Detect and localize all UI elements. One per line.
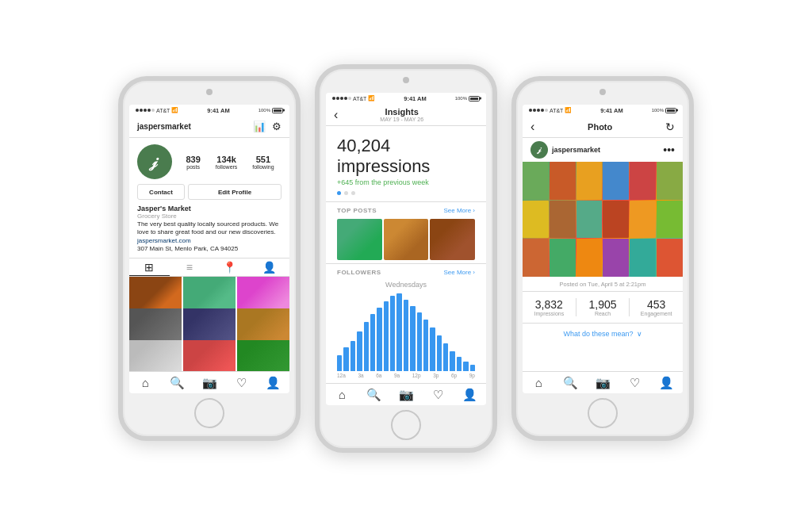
edit-profile-button[interactable]: Edit Profile bbox=[188, 184, 282, 200]
bio-website[interactable]: jaspersmarket.com bbox=[137, 237, 282, 244]
photo-user-row: 𝒿 jaspersmarket ••• bbox=[523, 138, 683, 162]
followers-see-more[interactable]: See More › bbox=[443, 269, 475, 276]
photo-user-avatar: 𝒿 bbox=[530, 141, 548, 159]
photo-bottom-camera[interactable]: 📷 bbox=[587, 372, 619, 393]
engagement-label: Engagement bbox=[641, 311, 672, 316]
insights-bottom-profile[interactable]: 👤 bbox=[454, 384, 486, 405]
profile-tabs: ⊞ ≡ 📍 👤 bbox=[129, 258, 289, 277]
photo-bottom-home[interactable]: ⌂ bbox=[523, 372, 554, 393]
bottom-camera[interactable]: 📷 bbox=[193, 372, 225, 393]
photo-title: Photo bbox=[588, 122, 612, 132]
reach-num: 1,905 bbox=[588, 298, 616, 311]
dot-active bbox=[337, 191, 341, 195]
bottom-profile[interactable]: 👤 bbox=[258, 372, 289, 393]
bar-chart-icon[interactable]: 📊 bbox=[253, 121, 266, 132]
top-posts-see-more[interactable]: See More › bbox=[443, 207, 475, 214]
top-posts-title: TOP POSTS bbox=[337, 207, 377, 214]
dot-inactive-1 bbox=[344, 191, 348, 195]
bar-chart bbox=[337, 292, 475, 371]
chart-peak-day: Wednesdays bbox=[337, 281, 475, 289]
photo-bottom-nav: ⌂ 🔍 📷 ♡ 👤 bbox=[523, 371, 683, 393]
tab-tagged[interactable]: 📍 bbox=[209, 258, 250, 276]
back-button-photo[interactable]: ‹ bbox=[530, 120, 534, 134]
grid-cell-7 bbox=[129, 340, 182, 371]
insights-bottom-search[interactable]: 🔍 bbox=[358, 384, 389, 405]
bar-5 bbox=[364, 322, 369, 371]
photo-more-options[interactable]: ••• bbox=[663, 144, 675, 156]
bio-category: Grocery Store bbox=[137, 213, 282, 220]
refresh-icon[interactable]: ↻ bbox=[665, 121, 675, 133]
insights-bottom-camera[interactable]: 📷 bbox=[390, 384, 422, 405]
phone-profile: AT&T 📶 9:41 AM 100% jaspersmarket 📊 ⚙ bbox=[118, 76, 301, 441]
profile-nav-icons: 📊 ⚙ bbox=[253, 121, 282, 132]
dot4 bbox=[147, 109, 151, 112]
profile-bio: Jasper's Market Grocery Store The very b… bbox=[129, 205, 289, 258]
pv5 bbox=[630, 162, 656, 200]
pv4 bbox=[603, 162, 629, 200]
bar-11 bbox=[404, 300, 408, 371]
bar-2 bbox=[343, 347, 348, 371]
insights-title: Insights bbox=[385, 107, 419, 117]
photo-bottom-search[interactable]: 🔍 bbox=[554, 372, 586, 393]
xlabel-12p: 12p bbox=[412, 373, 421, 378]
what-mean-text: What do these mean? bbox=[563, 330, 633, 338]
profile-grid bbox=[129, 277, 289, 371]
status-left-3: AT&T 📶 bbox=[529, 107, 572, 113]
stat-following: 551 following bbox=[252, 155, 274, 170]
bio-description: The very best quality locally sourced pr… bbox=[137, 220, 282, 237]
bar-14 bbox=[423, 320, 428, 371]
status-bar-3: AT&T 📶 9:41 AM 100% bbox=[523, 105, 683, 116]
insights-bottom-home[interactable]: ⌂ bbox=[326, 384, 358, 405]
photo-nav: ‹ Photo ↻ bbox=[523, 116, 683, 138]
profile-avatar: 𝒿 bbox=[137, 144, 172, 179]
dot5 bbox=[151, 109, 155, 112]
phone-insights-screen: AT&T 📶 9:41 AM 100% ‹ Insights MAY 19 - … bbox=[326, 93, 486, 405]
profile-nav: jaspersmarket 📊 ⚙ bbox=[129, 116, 289, 138]
bar-17 bbox=[443, 343, 448, 371]
bar-12 bbox=[410, 306, 415, 371]
time-3: 9:41 AM bbox=[600, 107, 622, 114]
photo-bottom-profile[interactable]: 👤 bbox=[651, 372, 683, 393]
phones-container: AT&T 📶 9:41 AM 100% jaspersmarket 📊 ⚙ bbox=[102, 48, 710, 469]
back-button-insights[interactable]: ‹ bbox=[334, 108, 338, 122]
bar-13 bbox=[417, 312, 422, 371]
bar-8 bbox=[384, 301, 389, 371]
top-post-1[interactable] bbox=[337, 219, 382, 260]
battery-icon-1 bbox=[272, 108, 283, 113]
bar-21 bbox=[470, 365, 475, 371]
photo-bottom-heart[interactable]: ♡ bbox=[619, 372, 650, 393]
produce-visual bbox=[523, 162, 683, 277]
wifi-icon-1: 📶 bbox=[171, 107, 178, 113]
status-left-1: AT&T 📶 bbox=[136, 107, 178, 113]
top-post-3[interactable] bbox=[430, 219, 475, 260]
chart-x-labels: 12a 3a 6a 9a 12p 3p 6p 9p bbox=[337, 371, 475, 380]
battery-pct-1: 100% bbox=[259, 108, 270, 113]
chevron-down-icon: ∨ bbox=[637, 330, 642, 338]
battery-fill-2 bbox=[470, 98, 478, 100]
wifi-icon-2: 📶 bbox=[368, 95, 375, 101]
pv16 bbox=[603, 239, 629, 277]
p5 bbox=[545, 109, 548, 112]
bottom-heart[interactable]: ♡ bbox=[225, 372, 257, 393]
tab-list[interactable]: ≡ bbox=[170, 258, 210, 276]
bottom-search[interactable]: 🔍 bbox=[161, 372, 193, 393]
tab-grid[interactable]: ⊞ bbox=[129, 258, 170, 276]
top-posts-section: TOP POSTS See More › bbox=[326, 201, 486, 263]
xlabel-9p: 9p bbox=[469, 373, 475, 378]
wifi-icon-3: 📶 bbox=[565, 107, 572, 113]
status-right-3: 100% bbox=[652, 108, 676, 113]
followers-num: 134k bbox=[216, 155, 236, 164]
insights-bottom-heart[interactable]: ♡ bbox=[422, 384, 454, 405]
bottom-home[interactable]: ⌂ bbox=[129, 372, 161, 393]
contact-button[interactable]: Contact bbox=[137, 184, 185, 200]
status-right-2: 100% bbox=[455, 96, 480, 101]
dot3 bbox=[144, 109, 147, 112]
what-do-these-mean[interactable]: What do these mean? ∨ bbox=[523, 324, 683, 344]
following-label: following bbox=[252, 164, 274, 170]
top-post-2[interactable] bbox=[384, 219, 429, 260]
battery-fill-1 bbox=[274, 109, 282, 112]
bar-9 bbox=[390, 296, 395, 371]
settings-icon[interactable]: ⚙ bbox=[272, 121, 282, 132]
tab-people[interactable]: 👤 bbox=[250, 258, 290, 276]
battery-pct-3: 100% bbox=[652, 108, 664, 113]
